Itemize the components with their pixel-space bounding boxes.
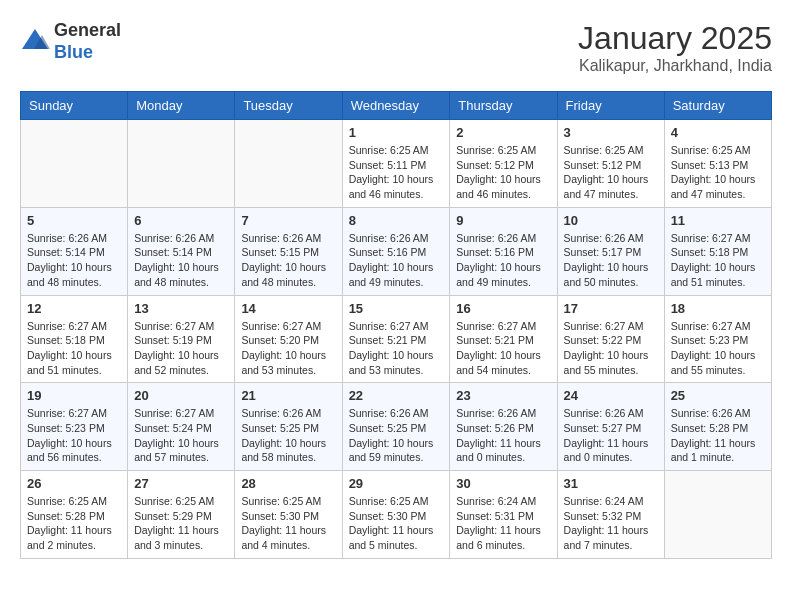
calendar-cell: 24Sunrise: 6:26 AM Sunset: 5:27 PM Dayli… xyxy=(557,383,664,471)
logo-blue: Blue xyxy=(54,42,121,64)
calendar-cell: 23Sunrise: 6:26 AM Sunset: 5:26 PM Dayli… xyxy=(450,383,557,471)
day-info: Sunrise: 6:25 AM Sunset: 5:30 PM Dayligh… xyxy=(241,494,335,553)
calendar-cell: 11Sunrise: 6:27 AM Sunset: 5:18 PM Dayli… xyxy=(664,207,771,295)
calendar-cell: 22Sunrise: 6:26 AM Sunset: 5:25 PM Dayli… xyxy=(342,383,450,471)
calendar-cell: 5Sunrise: 6:26 AM Sunset: 5:14 PM Daylig… xyxy=(21,207,128,295)
day-info: Sunrise: 6:26 AM Sunset: 5:27 PM Dayligh… xyxy=(564,406,658,465)
calendar-cell: 8Sunrise: 6:26 AM Sunset: 5:16 PM Daylig… xyxy=(342,207,450,295)
day-info: Sunrise: 6:24 AM Sunset: 5:31 PM Dayligh… xyxy=(456,494,550,553)
day-info: Sunrise: 6:26 AM Sunset: 5:28 PM Dayligh… xyxy=(671,406,765,465)
week-row-4: 19Sunrise: 6:27 AM Sunset: 5:23 PM Dayli… xyxy=(21,383,772,471)
day-number: 19 xyxy=(27,388,121,403)
day-info: Sunrise: 6:27 AM Sunset: 5:18 PM Dayligh… xyxy=(27,319,121,378)
day-number: 4 xyxy=(671,125,765,140)
calendar-cell xyxy=(235,120,342,208)
day-number: 1 xyxy=(349,125,444,140)
day-number: 14 xyxy=(241,301,335,316)
calendar-cell: 3Sunrise: 6:25 AM Sunset: 5:12 PM Daylig… xyxy=(557,120,664,208)
weekday-thursday: Thursday xyxy=(450,92,557,120)
day-number: 22 xyxy=(349,388,444,403)
day-info: Sunrise: 6:27 AM Sunset: 5:23 PM Dayligh… xyxy=(27,406,121,465)
logo-general: General xyxy=(54,20,121,42)
day-info: Sunrise: 6:26 AM Sunset: 5:17 PM Dayligh… xyxy=(564,231,658,290)
page-header: General Blue January 2025 Kalikapur, Jha… xyxy=(20,20,772,75)
calendar-cell: 1Sunrise: 6:25 AM Sunset: 5:11 PM Daylig… xyxy=(342,120,450,208)
day-number: 3 xyxy=(564,125,658,140)
day-number: 9 xyxy=(456,213,550,228)
calendar: SundayMondayTuesdayWednesdayThursdayFrid… xyxy=(20,91,772,559)
day-info: Sunrise: 6:27 AM Sunset: 5:23 PM Dayligh… xyxy=(671,319,765,378)
day-number: 23 xyxy=(456,388,550,403)
day-info: Sunrise: 6:25 AM Sunset: 5:30 PM Dayligh… xyxy=(349,494,444,553)
day-number: 7 xyxy=(241,213,335,228)
day-info: Sunrise: 6:24 AM Sunset: 5:32 PM Dayligh… xyxy=(564,494,658,553)
calendar-cell: 30Sunrise: 6:24 AM Sunset: 5:31 PM Dayli… xyxy=(450,471,557,559)
day-number: 18 xyxy=(671,301,765,316)
day-number: 25 xyxy=(671,388,765,403)
calendar-cell: 28Sunrise: 6:25 AM Sunset: 5:30 PM Dayli… xyxy=(235,471,342,559)
day-info: Sunrise: 6:25 AM Sunset: 5:29 PM Dayligh… xyxy=(134,494,228,553)
day-number: 12 xyxy=(27,301,121,316)
day-number: 6 xyxy=(134,213,228,228)
calendar-cell: 25Sunrise: 6:26 AM Sunset: 5:28 PM Dayli… xyxy=(664,383,771,471)
day-info: Sunrise: 6:26 AM Sunset: 5:14 PM Dayligh… xyxy=(27,231,121,290)
calendar-cell: 6Sunrise: 6:26 AM Sunset: 5:14 PM Daylig… xyxy=(128,207,235,295)
weekday-row: SundayMondayTuesdayWednesdayThursdayFrid… xyxy=(21,92,772,120)
calendar-cell: 4Sunrise: 6:25 AM Sunset: 5:13 PM Daylig… xyxy=(664,120,771,208)
day-info: Sunrise: 6:27 AM Sunset: 5:22 PM Dayligh… xyxy=(564,319,658,378)
week-row-1: 1Sunrise: 6:25 AM Sunset: 5:11 PM Daylig… xyxy=(21,120,772,208)
day-info: Sunrise: 6:27 AM Sunset: 5:24 PM Dayligh… xyxy=(134,406,228,465)
calendar-cell xyxy=(664,471,771,559)
day-info: Sunrise: 6:25 AM Sunset: 5:11 PM Dayligh… xyxy=(349,143,444,202)
day-info: Sunrise: 6:27 AM Sunset: 5:21 PM Dayligh… xyxy=(456,319,550,378)
logo-text: General Blue xyxy=(54,20,121,63)
day-number: 17 xyxy=(564,301,658,316)
calendar-cell: 20Sunrise: 6:27 AM Sunset: 5:24 PM Dayli… xyxy=(128,383,235,471)
week-row-3: 12Sunrise: 6:27 AM Sunset: 5:18 PM Dayli… xyxy=(21,295,772,383)
month-title: January 2025 xyxy=(578,20,772,57)
day-info: Sunrise: 6:26 AM Sunset: 5:26 PM Dayligh… xyxy=(456,406,550,465)
calendar-cell: 10Sunrise: 6:26 AM Sunset: 5:17 PM Dayli… xyxy=(557,207,664,295)
title-section: January 2025 Kalikapur, Jharkhand, India xyxy=(578,20,772,75)
calendar-cell: 2Sunrise: 6:25 AM Sunset: 5:12 PM Daylig… xyxy=(450,120,557,208)
day-info: Sunrise: 6:25 AM Sunset: 5:12 PM Dayligh… xyxy=(564,143,658,202)
day-number: 24 xyxy=(564,388,658,403)
day-info: Sunrise: 6:26 AM Sunset: 5:14 PM Dayligh… xyxy=(134,231,228,290)
day-info: Sunrise: 6:26 AM Sunset: 5:16 PM Dayligh… xyxy=(349,231,444,290)
day-number: 30 xyxy=(456,476,550,491)
calendar-cell xyxy=(21,120,128,208)
day-info: Sunrise: 6:25 AM Sunset: 5:13 PM Dayligh… xyxy=(671,143,765,202)
day-info: Sunrise: 6:26 AM Sunset: 5:25 PM Dayligh… xyxy=(349,406,444,465)
weekday-wednesday: Wednesday xyxy=(342,92,450,120)
calendar-cell: 16Sunrise: 6:27 AM Sunset: 5:21 PM Dayli… xyxy=(450,295,557,383)
calendar-cell: 21Sunrise: 6:26 AM Sunset: 5:25 PM Dayli… xyxy=(235,383,342,471)
calendar-cell: 18Sunrise: 6:27 AM Sunset: 5:23 PM Dayli… xyxy=(664,295,771,383)
calendar-cell: 7Sunrise: 6:26 AM Sunset: 5:15 PM Daylig… xyxy=(235,207,342,295)
week-row-2: 5Sunrise: 6:26 AM Sunset: 5:14 PM Daylig… xyxy=(21,207,772,295)
day-number: 8 xyxy=(349,213,444,228)
calendar-cell: 31Sunrise: 6:24 AM Sunset: 5:32 PM Dayli… xyxy=(557,471,664,559)
calendar-cell: 26Sunrise: 6:25 AM Sunset: 5:28 PM Dayli… xyxy=(21,471,128,559)
day-number: 15 xyxy=(349,301,444,316)
day-number: 27 xyxy=(134,476,228,491)
day-info: Sunrise: 6:25 AM Sunset: 5:12 PM Dayligh… xyxy=(456,143,550,202)
day-number: 26 xyxy=(27,476,121,491)
calendar-cell: 27Sunrise: 6:25 AM Sunset: 5:29 PM Dayli… xyxy=(128,471,235,559)
day-info: Sunrise: 6:27 AM Sunset: 5:21 PM Dayligh… xyxy=(349,319,444,378)
week-row-5: 26Sunrise: 6:25 AM Sunset: 5:28 PM Dayli… xyxy=(21,471,772,559)
day-info: Sunrise: 6:26 AM Sunset: 5:16 PM Dayligh… xyxy=(456,231,550,290)
logo: General Blue xyxy=(20,20,121,63)
calendar-cell xyxy=(128,120,235,208)
day-number: 10 xyxy=(564,213,658,228)
calendar-cell: 15Sunrise: 6:27 AM Sunset: 5:21 PM Dayli… xyxy=(342,295,450,383)
day-number: 5 xyxy=(27,213,121,228)
weekday-sunday: Sunday xyxy=(21,92,128,120)
day-info: Sunrise: 6:26 AM Sunset: 5:15 PM Dayligh… xyxy=(241,231,335,290)
calendar-cell: 17Sunrise: 6:27 AM Sunset: 5:22 PM Dayli… xyxy=(557,295,664,383)
weekday-friday: Friday xyxy=(557,92,664,120)
day-info: Sunrise: 6:27 AM Sunset: 5:19 PM Dayligh… xyxy=(134,319,228,378)
calendar-header: SundayMondayTuesdayWednesdayThursdayFrid… xyxy=(21,92,772,120)
day-info: Sunrise: 6:26 AM Sunset: 5:25 PM Dayligh… xyxy=(241,406,335,465)
weekday-monday: Monday xyxy=(128,92,235,120)
day-number: 29 xyxy=(349,476,444,491)
